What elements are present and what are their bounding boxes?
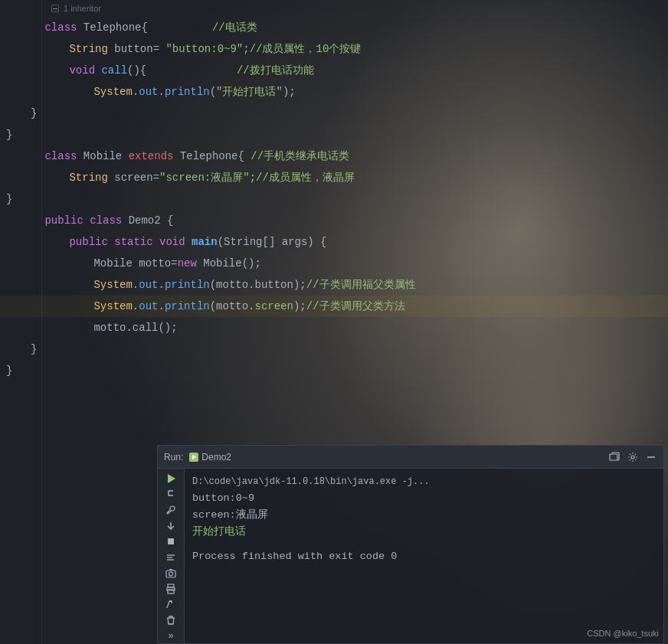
run-toolbar: » [158,469,185,643]
line-content-5: } [0,103,37,124]
run-minimize-btn[interactable] [645,451,657,463]
brace-17: } [6,364,12,377]
svg-rect-2 [610,454,617,460]
brace-16: } [31,343,37,355]
trash-btn[interactable] [161,613,181,628]
code-line-5: 5 } [0,103,668,124]
run-panel: Run: Demo2 [157,445,664,644]
lparen-14: (motto. [210,300,255,312]
dot1-4: . [133,86,139,98]
print-btn[interactable] [161,582,181,597]
code-line-16: 16 } [0,338,668,360]
wrench-btn[interactable] [161,503,181,518]
expand-btn[interactable]: » [161,629,181,643]
var-screen-8: screen= [114,172,159,184]
rerun-btn[interactable] [161,488,181,502]
svg-point-3 [631,456,634,459]
expand-icon: » [168,631,173,642]
motto-call-15: motto.call(); [93,322,177,334]
svg-marker-5 [168,474,175,483]
brace-5: } [31,107,37,119]
run-restore-btn[interactable] [608,451,621,463]
run-tab-name: Demo2 [201,452,231,463]
camera-btn[interactable] [161,566,181,580]
str-screen-14: screen [255,300,293,312]
run-btn[interactable] [161,472,181,486]
lparen-4: ( [210,86,216,98]
system-4: System [93,86,132,98]
svg-rect-12 [166,570,175,577]
svg-point-13 [169,572,173,576]
code-line-8: 8 String screen="screen:液晶屏";//成员属性，液晶屏 [0,167,668,188]
run-panel-header: Run: Demo2 [158,446,663,469]
line-content-17: } [0,360,12,381]
run-label: Run: [164,452,183,463]
run-output-area: D:\code\java\jdk-11.0.18\bin\java.exe -j… [185,469,663,643]
rparen-14: ); [293,300,306,312]
rparen-4: ); [283,86,296,98]
run-process-line: Process finished with exit code 0 [192,548,656,565]
semi-8: ; [250,172,256,184]
comment-14: //子类调用父类方法 [306,300,405,312]
watermark: CSDN @kiko_tsuki [587,629,659,638]
str-screen-8: "screen:液晶屏" [159,172,250,184]
line-content-16: } [0,338,37,360]
kw-string-8: String [69,172,114,184]
stop-btn[interactable] [161,534,181,549]
run-output-button: button:0~9 [192,490,656,507]
out-4: out [139,86,158,98]
run-tab-demo2[interactable]: Demo2 [189,452,231,463]
run-cmd-line: D:\code\java\jdk-11.0.18\bin\java.exe -j… [192,473,656,490]
code-line-4: 4 System.out.println("开始打电话"); [0,81,668,103]
dot2-4: . [158,86,164,98]
run-settings-btn[interactable] [627,451,639,463]
run-output-call: 开始打电话 [192,524,656,541]
code-line-17: 17 } [0,360,668,381]
str-4: "开始打电话" [216,86,283,98]
comment-8: //成员属性，液晶屏 [256,172,355,184]
run-tab-icon [189,453,198,462]
println-4: println [165,86,210,98]
down-arrow-btn[interactable] [161,519,181,534]
svg-rect-8 [168,538,174,544]
scroll-btn[interactable] [161,597,181,612]
reformat-btn[interactable] [161,551,181,565]
code-line-15: 15 motto.call(); [0,317,668,338]
run-output-screen: screen:液晶屏 [192,507,656,524]
